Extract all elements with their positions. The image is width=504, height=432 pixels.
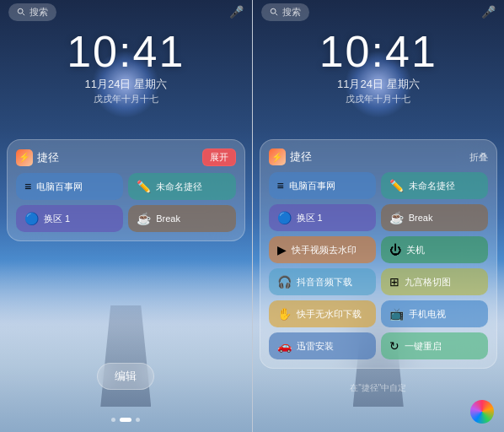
r-shortcut-item-2[interactable]: 🔵 换区 1 [269, 204, 376, 231]
right-clock-area: 10:41 11月24日 星期六 戊戌年十月十七 [253, 30, 505, 105]
r-shortcut-item-7[interactable]: ⊞ 九宫格切图 [381, 268, 488, 295]
r-shortcut-item-1[interactable]: ✏️ 未命名捷径 [381, 172, 488, 199]
left-date: 11月24日 星期六 [0, 77, 252, 92]
right-lunar: 戊戌年十月十七 [253, 93, 505, 105]
r-shortcut-label-6: 抖音音频下载 [297, 276, 352, 289]
r-shortcut-label-0: 电脑百事网 [289, 180, 335, 192]
r-shortcut-item-3[interactable]: ☕ Break [381, 204, 488, 231]
mic-icon-right[interactable]: 🎤 [481, 5, 496, 19]
r-shortcut-item-4[interactable]: ▶ 快手视频去水印 [269, 236, 376, 263]
r-shortcut-item-8[interactable]: ✋ 快手无水印下载 [269, 300, 376, 327]
right-widget-header: ⚡ 捷径 折叠 [269, 148, 489, 165]
left-widget-card: ⚡ 捷径 展开 ≡ 电脑百事网 ✏️ 未命名捷径 🔵 换区 1 ☕ Break [7, 139, 245, 241]
right-widget-card: ⚡ 捷径 折叠 ≡ 电脑百事网 ✏️ 未命名捷径 🔵 换区 1 ☕ Break [260, 139, 498, 369]
r-shortcut-icon-7: ⊞ [389, 275, 399, 289]
shortcut-label-0: 电脑百事网 [36, 181, 83, 193]
right-status-bar: 搜索 🎤 [253, 0, 505, 24]
left-clock-area: 10:41 11月24日 星期六 戊戌年十月十七 [0, 30, 252, 105]
customize-text: 在"捷径"中自定 [253, 382, 505, 394]
r-shortcut-item-10[interactable]: 🚗 迅雷安装 [269, 332, 376, 359]
r-shortcut-label-2: 换区 1 [297, 212, 323, 224]
shortcut-icon-0: ≡ [24, 180, 31, 193]
right-time: 10:41 [253, 30, 505, 73]
left-widget-title-row: ⚡ 捷径 [16, 149, 59, 166]
dot-1 [120, 418, 131, 422]
edit-button[interactable]: 编辑 [97, 363, 154, 390]
svg-point-0 [18, 8, 23, 14]
shortcut-app-icon-left: ⚡ [16, 149, 33, 166]
r-shortcut-icon-9: 📺 [389, 307, 404, 321]
r-shortcut-icon-3: ☕ [389, 211, 404, 224]
siri-orb[interactable] [470, 400, 494, 424]
search-icon-right [270, 8, 278, 16]
svg-line-1 [23, 14, 25, 16]
r-shortcut-icon-2: 🔵 [277, 211, 292, 224]
shortcut-item-1[interactable]: ✏️ 未命名捷径 [128, 173, 235, 200]
right-widget-title: 捷径 [290, 149, 312, 165]
right-search-bar[interactable]: 搜索 [261, 3, 309, 21]
r-shortcut-icon-10: 🚗 [277, 339, 292, 353]
r-shortcut-label-9: 手机电视 [409, 308, 446, 321]
r-shortcut-label-1: 未命名捷径 [409, 180, 455, 192]
shortcut-app-icon-right: ⚡ [269, 148, 286, 165]
svg-point-2 [271, 8, 276, 14]
shortcut-icon-3: ☕ [137, 212, 151, 225]
r-shortcut-label-8: 快手无水印下载 [297, 308, 362, 321]
shortcut-icon-2: 🔵 [24, 212, 39, 225]
left-search-label: 搜索 [29, 6, 48, 19]
r-shortcut-item-9[interactable]: 📺 手机电视 [381, 300, 488, 327]
r-shortcut-icon-6: 🎧 [277, 275, 292, 289]
shortcut-icon-1: ✏️ [137, 180, 151, 193]
r-shortcut-icon-0: ≡ [277, 179, 284, 192]
page-dots [111, 418, 140, 422]
right-shortcuts-grid: ≡ 电脑百事网 ✏️ 未命名捷径 🔵 换区 1 ☕ Break ▶ 快手视频去水… [269, 172, 489, 359]
mic-icon-left[interactable]: 🎤 [229, 5, 244, 19]
left-lunar: 戊戌年十月十七 [0, 93, 252, 105]
left-phone-panel: 搜索 🎤 10:41 11月24日 星期六 戊戌年十月十七 ⚡ 捷径 展开 ≡ … [0, 0, 252, 432]
r-shortcut-icon-1: ✏️ [389, 179, 404, 192]
right-date: 11月24日 星期六 [253, 77, 505, 92]
dot-0 [111, 418, 115, 422]
search-icon-left [17, 8, 25, 16]
shortcut-item-2[interactable]: 🔵 换区 1 [16, 205, 123, 232]
r-shortcut-label-3: Break [409, 213, 433, 223]
right-widget-title-row: ⚡ 捷径 [269, 148, 312, 165]
left-search-bar[interactable]: 搜索 [8, 3, 56, 21]
left-shortcuts-grid: ≡ 电脑百事网 ✏️ 未命名捷径 🔵 换区 1 ☕ Break [16, 173, 236, 232]
r-shortcut-item-5[interactable]: ⏻ 关机 [381, 236, 488, 263]
r-shortcut-label-10: 迅雷安装 [297, 340, 334, 353]
left-widget-title: 捷径 [37, 150, 59, 165]
r-shortcut-label-5: 关机 [406, 244, 425, 256]
r-shortcut-item-11[interactable]: ↻ 一键重启 [381, 332, 488, 359]
r-shortcut-item-6[interactable]: 🎧 抖音音频下载 [269, 268, 376, 295]
svg-line-3 [275, 14, 277, 16]
r-shortcut-label-4: 快手视频去水印 [292, 244, 357, 256]
r-shortcut-icon-5: ⏻ [389, 243, 401, 256]
shortcut-label-2: 换区 1 [44, 213, 70, 225]
right-phone-panel: 搜索 🎤 10:41 11月24日 星期六 戊戌年十月十七 ⚡ 捷径 折叠 ≡ … [253, 0, 505, 432]
r-shortcut-icon-4: ▶ [277, 243, 287, 256]
right-search-label: 搜索 [282, 6, 301, 19]
r-shortcut-label-7: 九宫格切图 [405, 276, 451, 289]
r-shortcut-item-0[interactable]: ≡ 电脑百事网 [269, 172, 376, 199]
left-widget-header: ⚡ 捷径 展开 [16, 148, 236, 166]
shortcut-item-0[interactable]: ≡ 电脑百事网 [16, 173, 123, 200]
r-shortcut-icon-11: ↻ [389, 339, 399, 353]
expand-button[interactable]: 展开 [202, 148, 236, 166]
shortcut-label-3: Break [156, 213, 180, 224]
collapse-button[interactable]: 折叠 [469, 151, 488, 164]
shortcut-label-1: 未命名捷径 [156, 181, 202, 193]
dot-2 [136, 418, 140, 422]
r-shortcut-label-11: 一键重启 [405, 340, 442, 353]
shortcut-item-3[interactable]: ☕ Break [128, 205, 235, 232]
left-status-bar: 搜索 🎤 [0, 0, 252, 24]
left-time: 10:41 [0, 30, 252, 73]
r-shortcut-icon-8: ✋ [277, 307, 292, 321]
